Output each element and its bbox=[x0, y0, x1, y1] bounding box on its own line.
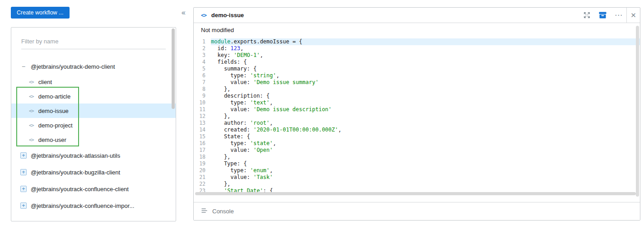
package-name: @jetbrains/youtrack-demo-client bbox=[31, 63, 115, 70]
code-line[interactable]: 5 summary: { bbox=[194, 66, 640, 72]
code-line[interactable]: 1module.exports.demoIssue = { bbox=[194, 38, 640, 45]
code-line[interactable]: 13 author: 'root', bbox=[194, 120, 640, 127]
code-line[interactable]: 16 type: 'state', bbox=[194, 140, 640, 147]
package-row[interactable]: +@jetbrains/youtrack-confluence-impor... bbox=[11, 197, 176, 214]
code-line[interactable]: 6 type: 'string', bbox=[194, 72, 640, 79]
tree-item-client[interactable]: <>client bbox=[11, 75, 176, 89]
editor-header: <> demo-issue bbox=[194, 8, 640, 23]
editor-vertical-scrollbar[interactable] bbox=[636, 26, 639, 197]
line-number: 9 bbox=[194, 93, 211, 99]
tree-item-demo-project[interactable]: <>demo-project bbox=[11, 118, 176, 132]
line-number: 8 bbox=[194, 86, 211, 93]
close-icon[interactable]: ✕ bbox=[626, 8, 640, 23]
code-line[interactable]: 7 value: 'Demo issue summary' bbox=[194, 79, 640, 86]
tree-group: +@jetbrains/youtrack-confluence-impor... bbox=[11, 197, 176, 214]
editor-horizontal-scrollbar[interactable] bbox=[195, 192, 636, 195]
code-line[interactable]: 19 Type: { bbox=[194, 160, 640, 167]
script-icon: <> bbox=[29, 122, 34, 128]
script-name: demo-issue bbox=[38, 108, 69, 114]
script-name: client bbox=[38, 79, 52, 85]
code-text: }, bbox=[211, 113, 640, 120]
code-line[interactable]: 20 type: 'enum', bbox=[194, 167, 640, 174]
line-number: 1 bbox=[194, 38, 211, 45]
code-line[interactable]: 9 description: { bbox=[194, 93, 640, 99]
code-text: type: 'state', bbox=[211, 140, 640, 147]
code-line[interactable]: 14 created: '2020-01-01T00:00:00.000Z', bbox=[194, 127, 640, 133]
tree-group: +@jetbrains/youtrack-bugzilla-client bbox=[11, 164, 176, 180]
code-line[interactable]: 17 value: 'Open' bbox=[194, 147, 640, 154]
code-text: summary: { bbox=[211, 66, 640, 72]
code-text: Type: { bbox=[211, 160, 640, 167]
code-editor[interactable]: 1module.exports.demoIssue = {2 id: 123,3… bbox=[194, 37, 640, 194]
code-text: }, bbox=[211, 86, 640, 93]
line-number: 6 bbox=[194, 72, 211, 79]
code-line[interactable]: 15 State: { bbox=[194, 133, 640, 140]
line-number: 7 bbox=[194, 79, 211, 86]
code-line[interactable]: 12 }, bbox=[194, 113, 640, 120]
package-row[interactable]: +@jetbrains/youtrack-atlassian-utils bbox=[11, 147, 176, 164]
package-row[interactable]: +@jetbrains/youtrack-bugzilla-client bbox=[11, 164, 176, 180]
package-row[interactable]: −@jetbrains/youtrack-demo-client bbox=[11, 58, 176, 75]
code-text: }, bbox=[211, 154, 640, 160]
expand-group-icon[interactable]: + bbox=[20, 202, 27, 209]
line-number: 15 bbox=[194, 133, 211, 140]
script-name: demo-project bbox=[38, 122, 73, 129]
tree-group: +@jetbrains/youtrack-atlassian-utils bbox=[11, 147, 176, 164]
code-line[interactable]: 4 fields: { bbox=[194, 59, 640, 66]
package-row[interactable]: +@jetbrains/youtrack-confluence-client bbox=[11, 181, 176, 197]
create-workflow-button[interactable]: Create workflow ... bbox=[11, 7, 70, 19]
line-number: 12 bbox=[194, 113, 211, 120]
code-text: module.exports.demoIssue = { bbox=[211, 38, 640, 45]
code-line[interactable]: 11 value: 'Demo issue description' bbox=[194, 106, 640, 113]
script-icon: <> bbox=[29, 94, 34, 99]
collapse-group-icon[interactable]: − bbox=[20, 63, 27, 70]
workflow-sidebar: −@jetbrains/youtrack-demo-client<>client… bbox=[11, 27, 176, 221]
code-line[interactable]: 8 }, bbox=[194, 86, 640, 93]
editor-header-actions: ⋯ ✕ bbox=[579, 8, 640, 23]
script-icon: <> bbox=[29, 137, 34, 142]
expand-group-icon[interactable]: + bbox=[20, 186, 27, 192]
line-number: 3 bbox=[194, 52, 211, 59]
sidebar-scrollbar[interactable] bbox=[172, 28, 175, 220]
filter-field-wrap bbox=[21, 37, 166, 49]
tree-item-demo-user[interactable]: <>demo-user bbox=[11, 132, 176, 147]
tree-item-demo-article[interactable]: <>demo-article bbox=[11, 89, 176, 103]
editor-title: demo-issue bbox=[211, 12, 244, 19]
code-text: value: 'Demo issue description' bbox=[211, 106, 640, 113]
package-name: @jetbrains/youtrack-confluence-impor... bbox=[31, 202, 134, 209]
package-icon[interactable] bbox=[595, 8, 611, 23]
code-text: }, bbox=[211, 181, 640, 188]
expand-fullscreen-icon[interactable] bbox=[579, 8, 595, 23]
more-options-icon[interactable]: ⋯ bbox=[611, 8, 626, 23]
tree-group: +@jetbrains/youtrack-confluence-client bbox=[11, 181, 176, 197]
code-text: value: 'Demo issue summary' bbox=[211, 79, 640, 86]
code-line[interactable]: 2 id: 123, bbox=[194, 45, 640, 52]
sidebar-scrollbar-thumb[interactable] bbox=[172, 28, 175, 109]
code-text: value: 'Task' bbox=[211, 174, 640, 181]
line-number: 10 bbox=[194, 99, 211, 106]
code-text: type: 'enum', bbox=[211, 167, 640, 174]
package-name: @jetbrains/youtrack-confluence-client bbox=[31, 186, 129, 193]
package-tree: −@jetbrains/youtrack-demo-client<>client… bbox=[11, 58, 176, 214]
filter-input[interactable] bbox=[21, 37, 166, 49]
code-line[interactable]: 3 key: 'DEMO-1', bbox=[194, 52, 640, 59]
code-line[interactable]: 22 }, bbox=[194, 181, 640, 188]
code-line[interactable]: 10 type: 'text', bbox=[194, 99, 640, 106]
code-text: description: { bbox=[211, 93, 640, 99]
code-text: State: { bbox=[211, 133, 640, 140]
expand-group-icon[interactable]: + bbox=[20, 169, 27, 175]
tree-item-demo-issue[interactable]: <>demo-issue bbox=[11, 103, 176, 118]
line-number: 5 bbox=[194, 66, 211, 72]
console-label: Console bbox=[212, 208, 234, 215]
code-text: value: 'Open' bbox=[211, 147, 640, 154]
code-line[interactable]: 21 value: 'Task' bbox=[194, 174, 640, 181]
code-line[interactable]: 18 }, bbox=[194, 154, 640, 160]
expand-group-icon[interactable]: + bbox=[20, 152, 27, 159]
workflow-editor-page: Create workflow ... « −@jetbrains/youtra… bbox=[0, 0, 644, 235]
collapse-sidebar-icon[interactable]: « bbox=[181, 9, 186, 17]
line-number: 19 bbox=[194, 160, 211, 167]
code-icon: <> bbox=[201, 12, 206, 19]
line-number: 20 bbox=[194, 167, 211, 174]
console-bar[interactable]: Console bbox=[194, 202, 640, 220]
code-text: id: 123, bbox=[211, 45, 640, 52]
